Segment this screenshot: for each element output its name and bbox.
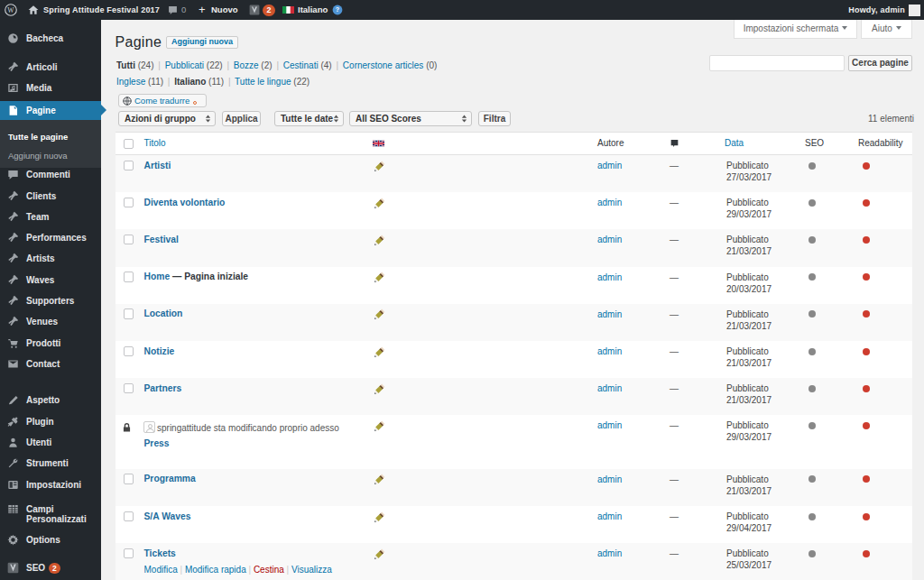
svg-text:?: ?: [336, 5, 339, 14]
svg-text:W: W: [7, 6, 14, 14]
